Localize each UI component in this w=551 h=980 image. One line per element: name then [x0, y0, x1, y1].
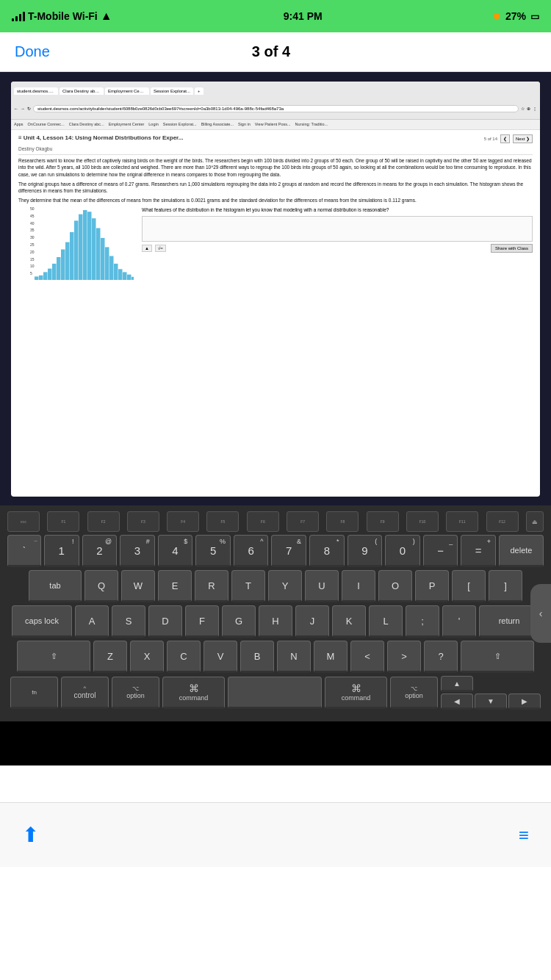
prev-page-btn[interactable]: ❮: [500, 134, 510, 143]
key-x[interactable]: X: [130, 641, 164, 673]
bm-2[interactable]: Clara Destiny abc...: [69, 122, 104, 126]
address-field[interactable]: student.desmos.com/activitybuilder/stude…: [33, 105, 519, 112]
key-3[interactable]: #3: [120, 535, 155, 567]
browser-tab-2[interactable]: Clara Destiny abc...: [60, 87, 104, 95]
key-esc[interactable]: esc: [7, 511, 40, 532]
key-n[interactable]: N: [277, 641, 311, 673]
key-f1[interactable]: F1: [47, 511, 79, 532]
extensions-icon[interactable]: ⊕: [527, 106, 530, 111]
key-k[interactable]: K: [332, 605, 366, 638]
bm-signin[interactable]: Sign in: [238, 122, 251, 126]
key-f7[interactable]: F7: [287, 511, 319, 532]
key-y[interactable]: Y: [268, 570, 302, 602]
key-p[interactable]: P: [415, 570, 449, 602]
key-h[interactable]: H: [259, 605, 292, 638]
key-4[interactable]: $4: [158, 535, 193, 567]
key-7[interactable]: &7: [271, 535, 306, 567]
key-5[interactable]: %5: [195, 535, 231, 567]
key-s[interactable]: S: [112, 605, 145, 638]
key-f[interactable]: F: [185, 605, 219, 638]
answer-input-box[interactable]: [142, 216, 533, 242]
key-f10[interactable]: F10: [406, 511, 439, 532]
key-period[interactable]: >: [387, 641, 421, 673]
key-semicolon[interactable]: ;: [406, 605, 439, 638]
key-arrow-right[interactable]: ▶: [508, 693, 541, 710]
key-f6[interactable]: F6: [247, 511, 279, 532]
key-z[interactable]: Z: [93, 641, 127, 673]
key-f12[interactable]: F12: [486, 511, 519, 532]
key-close-bracket[interactable]: ]: [489, 570, 522, 602]
key-backtick[interactable]: ~`: [7, 535, 41, 567]
key-caps[interactable]: caps lock: [12, 605, 72, 638]
key-spacebar[interactable]: [228, 677, 322, 709]
bm-login[interactable]: Login: [148, 122, 158, 126]
key-command-left[interactable]: ⌘ command: [162, 677, 225, 709]
key-e[interactable]: E: [158, 570, 192, 602]
key-9[interactable]: (9: [347, 535, 383, 567]
key-command-right[interactable]: ⌘ command: [325, 677, 387, 709]
key-8[interactable]: *8: [309, 535, 345, 567]
bm-4[interactable]: Session Explorat...: [163, 122, 197, 126]
bm-6[interactable]: View Patient Poss...: [255, 122, 291, 126]
key-a[interactable]: A: [75, 605, 109, 638]
key-slash[interactable]: ?: [424, 641, 458, 673]
key-fn[interactable]: fn: [10, 677, 58, 709]
menu-icon[interactable]: ⋮: [533, 106, 537, 111]
key-ctrl[interactable]: ^control: [61, 677, 109, 709]
key-q[interactable]: Q: [84, 570, 118, 602]
forward-button[interactable]: →: [21, 107, 25, 111]
key-f2[interactable]: F2: [87, 511, 120, 532]
bookmark-star[interactable]: ☆: [521, 106, 525, 111]
bm-apps[interactable]: Apps: [14, 122, 24, 126]
key-1[interactable]: !1: [44, 535, 79, 567]
key-2[interactable]: @2: [82, 535, 118, 567]
bm-3[interactable]: Employment Center: [109, 122, 145, 126]
key-option-right[interactable]: ⌥ option: [390, 677, 438, 709]
key-arrow-up[interactable]: ▲: [441, 676, 473, 692]
key-f4[interactable]: F4: [167, 511, 199, 532]
key-tab[interactable]: tab: [29, 570, 82, 602]
bm-1[interactable]: OnCourse Connec...: [28, 122, 65, 126]
key-w[interactable]: W: [121, 570, 155, 602]
key-o[interactable]: O: [378, 570, 412, 602]
key-open-bracket[interactable]: [: [452, 570, 486, 602]
key-shift-right[interactable]: ⇧: [461, 641, 534, 673]
key-j[interactable]: J: [295, 605, 329, 638]
key-b[interactable]: B: [240, 641, 274, 673]
browser-tab-new[interactable]: +: [195, 87, 204, 95]
key-l[interactable]: L: [369, 605, 403, 638]
key-f8[interactable]: F8: [326, 511, 359, 532]
key-option-left[interactable]: ⌥ option: [112, 677, 159, 709]
browser-tab-3[interactable]: Employment Center: [105, 87, 149, 95]
share-with-class-btn[interactable]: Share with Class: [491, 244, 533, 253]
key-equals[interactable]: +=: [461, 535, 496, 567]
key-brightness-up[interactable]: ⏏: [526, 511, 544, 532]
done-button[interactable]: Done: [15, 43, 50, 60]
key-f3[interactable]: F3: [127, 511, 159, 532]
key-apostrophe[interactable]: ': [442, 605, 476, 638]
list-icon[interactable]: ≡: [519, 825, 529, 846]
key-c[interactable]: C: [167, 641, 201, 673]
next-page-btn[interactable]: Next ❯: [513, 134, 533, 143]
key-delete[interactable]: delete: [499, 535, 544, 567]
key-m[interactable]: M: [314, 641, 347, 673]
back-button[interactable]: ←: [14, 107, 18, 111]
browser-tab-1[interactable]: student.desmos.com...: [14, 87, 58, 95]
key-shift-left[interactable]: ⇧: [17, 641, 90, 673]
key-u[interactable]: U: [305, 570, 339, 602]
key-r[interactable]: R: [195, 570, 228, 602]
key-d[interactable]: D: [148, 605, 182, 638]
key-comma[interactable]: <: [350, 641, 384, 673]
key-arrow-left[interactable]: ◀: [441, 693, 473, 710]
image-tool-btn[interactable]: ▲: [142, 245, 152, 252]
math-tool-btn[interactable]: √=: [155, 245, 166, 252]
bm-5[interactable]: Billing Associate...: [201, 122, 234, 126]
key-f5[interactable]: F5: [206, 511, 239, 532]
key-v[interactable]: V: [204, 641, 237, 673]
key-minus[interactable]: _−: [423, 535, 458, 567]
key-i[interactable]: I: [342, 570, 375, 602]
bm-7[interactable]: Nursing: Traditio...: [295, 122, 328, 126]
key-f9[interactable]: F9: [367, 511, 399, 532]
key-t[interactable]: T: [231, 570, 265, 602]
key-f11[interactable]: F11: [446, 511, 478, 532]
